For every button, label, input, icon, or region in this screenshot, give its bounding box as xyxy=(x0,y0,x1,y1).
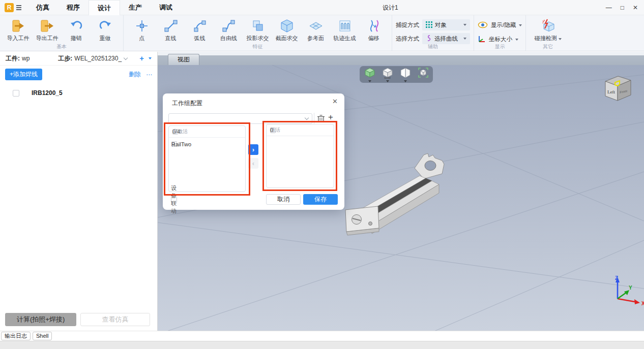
freeline-tool-button[interactable]: 自由线 xyxy=(214,18,243,42)
tab-output-log[interactable]: 输出日志 xyxy=(1,332,31,340)
add-weld-line-button[interactable]: +添加焊线 xyxy=(5,69,42,80)
titlebar: R 仿真 程序 设计 生产 调试 设计1 — □ ✕ xyxy=(0,0,644,15)
delete-button[interactable]: 删除 xyxy=(129,70,141,79)
compute-button[interactable]: 计算(拍照+焊接) xyxy=(5,313,76,326)
section-intersect-button[interactable]: 截面求交 xyxy=(272,18,301,42)
arc-icon xyxy=(193,18,207,34)
device-link-option[interactable]: 设备联动 xyxy=(171,197,177,203)
point-tool-button[interactable]: 点 xyxy=(127,18,156,42)
line-icon xyxy=(164,18,178,34)
y-axis-label: Y xyxy=(629,285,632,291)
chevron-down-icon xyxy=(515,39,518,41)
tab-program[interactable]: 程序 xyxy=(58,0,89,15)
view-orientation-button[interactable] xyxy=(364,67,376,82)
display-style-button[interactable] xyxy=(399,67,412,82)
dialog-title: 工作组配置 xyxy=(172,99,202,108)
select-mode-dropdown[interactable]: 选择曲线 xyxy=(422,33,470,44)
tab-production[interactable]: 生产 xyxy=(120,0,151,15)
list-item-railtwo[interactable]: RailTwo xyxy=(169,138,245,147)
undo-button[interactable]: 撤销 xyxy=(62,18,91,42)
add-workgroup-button[interactable]: + xyxy=(328,112,333,122)
cancel-button[interactable]: 取消 xyxy=(266,194,301,205)
chevron-down-icon xyxy=(305,116,309,120)
grid-dots-icon xyxy=(426,21,432,29)
snap-mode-label: 捕捉方式 xyxy=(396,21,419,29)
tab-debug[interactable]: 调试 xyxy=(151,0,181,15)
chevron-down-icon xyxy=(404,80,407,82)
minimize-button[interactable]: — xyxy=(606,4,612,11)
maximize-button[interactable]: □ xyxy=(621,4,624,11)
inactive-list[interactable]: 0/4 未激活 RailTwo xyxy=(168,125,246,192)
offset-button[interactable]: 偏移 xyxy=(359,18,388,42)
workpiece-label: 工件: xyxy=(6,54,20,63)
render-mode-button[interactable]: solid xyxy=(382,67,394,82)
close-button[interactable]: ✕ xyxy=(633,4,638,11)
rail-model[interactable] xyxy=(338,147,455,238)
save-button[interactable]: 保存 xyxy=(303,194,338,205)
export-workpiece-button[interactable]: 导出工件 xyxy=(33,18,62,42)
document-title: 设计1 xyxy=(383,0,398,15)
tab-shell[interactable]: Shell xyxy=(33,332,52,340)
viewport-canvas[interactable]: solid Left Front xyxy=(158,65,644,331)
add-step-button[interactable]: + xyxy=(139,55,144,62)
chevron-down-icon[interactable] xyxy=(124,55,128,59)
menu-icon[interactable] xyxy=(16,5,21,10)
step-value[interactable]: WEL_20251230_ xyxy=(74,55,122,62)
chevron-down-icon xyxy=(463,24,466,26)
trajectory-icon xyxy=(338,18,352,34)
tree-item-robot[interactable]: IRB1200_5 xyxy=(0,86,157,100)
view-cube[interactable]: Left Front xyxy=(601,73,634,104)
app-logo: R xyxy=(5,3,14,12)
trajectory-generate-button[interactable]: 轨迹生成 xyxy=(330,18,359,42)
offset-icon xyxy=(367,18,381,34)
ribbon-group-basic: 导入工件 导出工件 撤销 重做 基本 xyxy=(0,15,123,51)
move-right-button[interactable]: › xyxy=(248,144,258,155)
select-mode-label: 选择方式 xyxy=(396,35,419,43)
left-panel: 工件: wp 工步: WEL_20251230_ + +添加焊线 删除 ⋯ IR… xyxy=(0,52,158,331)
workgroup-select[interactable] xyxy=(168,113,312,124)
zoom-fit-button[interactable] xyxy=(417,67,429,82)
projection-intersect-button[interactable]: 投影求交 xyxy=(243,18,272,42)
robot-checkbox[interactable] xyxy=(13,90,19,97)
arc-tool-button[interactable]: 弧线 xyxy=(185,18,214,42)
white-cube-icon xyxy=(400,67,411,78)
delete-workgroup-button[interactable] xyxy=(317,114,325,123)
view-toolbar: solid xyxy=(360,66,433,83)
active-status: 激活 xyxy=(270,126,280,134)
collision-detect-button[interactable]: 碰撞检测 xyxy=(530,18,566,42)
reference-plane-button[interactable]: 参考面 xyxy=(301,18,330,42)
import-workpiece-button[interactable]: 导入工件 xyxy=(4,18,33,42)
axes-icon xyxy=(478,35,486,44)
redo-icon xyxy=(98,18,112,34)
tab-view[interactable]: 视图 xyxy=(168,54,199,65)
redo-button[interactable]: 重做 xyxy=(91,18,120,42)
tab-design[interactable]: 设计 xyxy=(89,0,120,15)
snap-mode-dropdown[interactable]: 对象 xyxy=(422,19,470,30)
active-list[interactable]: 0 激活 xyxy=(266,124,334,188)
collision-icon xyxy=(540,18,555,34)
tab-simulation[interactable]: 仿真 xyxy=(27,0,58,15)
z-axis-label: Z xyxy=(615,275,618,281)
status-bar xyxy=(0,341,644,349)
show-hide-dropdown[interactable]: 显示/隐藏 xyxy=(478,19,522,31)
weld-actions-row: +添加焊线 删除 ⋯ xyxy=(0,66,157,82)
section-icon xyxy=(280,18,294,34)
chevron-down-icon xyxy=(386,80,389,82)
x-axis-label: X xyxy=(641,301,644,306)
export-icon xyxy=(40,18,54,34)
undo-icon xyxy=(69,18,83,34)
workpiece-header: 工件: wp 工步: WEL_20251230_ + xyxy=(0,52,157,66)
inactive-list-header: 0/4 未激活 xyxy=(169,126,245,138)
freeline-icon xyxy=(222,18,236,34)
more-button[interactable]: ⋯ xyxy=(146,71,152,78)
dialog-close-button[interactable]: ✕ xyxy=(332,98,338,105)
projection-icon xyxy=(251,18,265,34)
divider xyxy=(314,113,314,124)
menu-tabs: 仿真 程序 设计 生产 调试 xyxy=(27,0,181,15)
chevron-down-icon xyxy=(463,38,466,40)
line-tool-button[interactable]: 直线 xyxy=(156,18,185,42)
view-simulation-button[interactable]: 查看仿真 xyxy=(80,313,150,326)
step-menu-caret-icon[interactable] xyxy=(149,57,152,59)
step-label: 工步: xyxy=(58,54,72,63)
workpiece-value: wp xyxy=(22,55,30,62)
